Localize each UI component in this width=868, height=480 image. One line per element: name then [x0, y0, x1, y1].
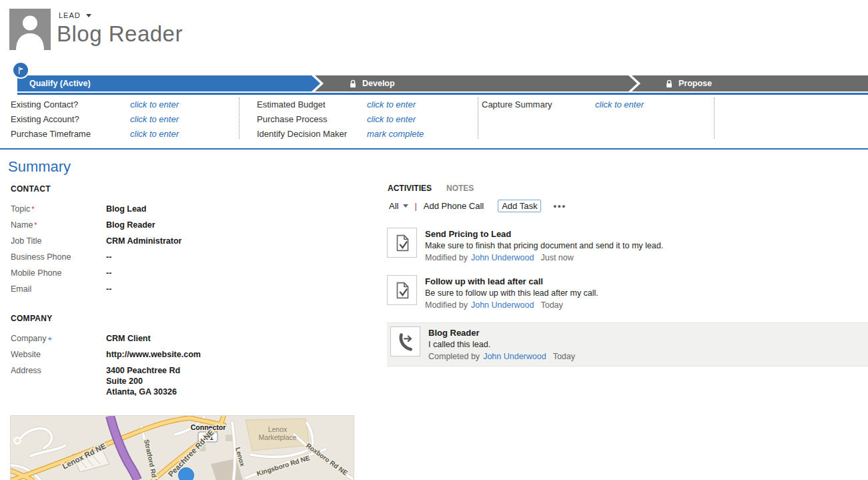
process-field-row: Purchase Timeframe click to enter — [11, 126, 179, 141]
task-icon — [392, 232, 413, 254]
form-field-row[interactable]: Mobile Phone -- — [11, 268, 358, 278]
activity-user-link[interactable]: John Underwood — [471, 299, 534, 311]
form-field-row[interactable]: Topic* Blog Lead — [11, 204, 358, 214]
activity-item[interactable]: Blog Reader I called this lead. Complete… — [387, 322, 868, 367]
summary-section-title: Summary — [8, 158, 71, 176]
column-divider — [478, 97, 478, 139]
field-value: Blog Lead — [106, 204, 146, 214]
bing-map[interactable]: Lenox Rd NE Stratford Rd NE Connector 14… — [11, 416, 354, 480]
activity-content: Blog Reader I called this lead. Complete… — [428, 326, 575, 363]
chevron-down-icon — [86, 14, 91, 17]
process-field-row: Estimated Budget click to enter — [257, 97, 424, 111]
form-field-row[interactable]: Job Title CRM Administrator — [11, 236, 358, 246]
lock-icon — [665, 79, 673, 89]
activity-meta-prefix: Modified by — [425, 252, 468, 264]
process-field-value[interactable]: click to enter — [130, 129, 179, 139]
process-field-label: Estimated Budget — [257, 99, 367, 109]
process-field-value[interactable]: click to enter — [130, 99, 179, 109]
company-heading: COMPANY — [11, 314, 53, 323]
process-field-label: Purchase Process — [257, 114, 367, 124]
contact-fields: Topic* Blog Lead Name* Blog Reader Job T… — [11, 204, 358, 300]
activity-item[interactable]: Send Pricing to Lead Make sure to finish… — [387, 228, 868, 264]
field-value: CRM Client — [106, 333, 151, 344]
activity-title[interactable]: Blog Reader — [428, 327, 575, 338]
map-label-marketplace-2: Marketplace — [258, 433, 296, 441]
map-label-marketplace-1: Lenox — [268, 425, 288, 433]
process-field-value[interactable]: click to enter — [595, 99, 644, 109]
activities-tabs: ACTIVITIES NOTES — [388, 184, 474, 193]
process-stage[interactable]: Qualify (Active) — [17, 75, 320, 91]
field-value: 3400 Peachtree Rd Suite 200 Atlanta, GA … — [106, 365, 180, 397]
phone-outgoing-icon — [395, 331, 416, 352]
column-divider — [714, 97, 715, 139]
activity-description: Make sure to finish that pricing documen… — [425, 240, 663, 252]
flag-icon — [15, 65, 26, 75]
field-label: Business Phone — [11, 252, 106, 262]
tab-activities[interactable]: ACTIVITIES — [388, 184, 432, 193]
tab-notes[interactable]: NOTES — [446, 184, 474, 193]
process-field-row: Existing Contact? click to enter — [11, 97, 179, 111]
process-underline — [17, 93, 868, 95]
process-fields-propose: Capture Summary click to enter — [482, 97, 644, 111]
process-field-label: Identify Decision Maker — [257, 129, 367, 139]
contact-heading: CONTACT — [11, 184, 51, 194]
activity-meta-prefix: Completed by — [428, 350, 480, 363]
person-silhouette-icon — [9, 9, 51, 50]
activity-icon-box — [387, 228, 417, 258]
activity-meta: Completed by John Underwood Today — [428, 350, 575, 363]
field-label: Mobile Phone — [11, 268, 106, 278]
map-pin[interactable] — [179, 468, 194, 480]
activities-list: Send Pricing to Lead Make sure to finish… — [387, 228, 868, 378]
chevron-down-icon[interactable] — [403, 204, 408, 208]
add-phone-call-button[interactable]: Add Phone Call — [424, 201, 484, 211]
process-field-row: Purchase Process click to enter — [257, 111, 424, 126]
column-divider — [239, 97, 240, 139]
activity-user-link[interactable]: John Underwood — [483, 350, 546, 363]
activity-content: Follow up with lead after call Be sure t… — [425, 275, 598, 311]
form-field-row[interactable]: Business Phone -- — [11, 252, 358, 262]
field-label: Job Title — [11, 236, 106, 246]
more-commands-button[interactable]: ••• — [553, 201, 566, 211]
activity-title[interactable]: Follow up with lead after call — [425, 276, 598, 287]
activity-user-link[interactable]: John Underwood — [471, 252, 534, 264]
process-stage-label: Develop — [362, 79, 395, 88]
form-field-row[interactable]: Company+ CRM Client — [11, 333, 358, 344]
add-task-button[interactable]: Add Task — [498, 200, 541, 212]
field-label: Company+ — [11, 333, 106, 344]
field-label: Topic* — [11, 204, 106, 214]
task-icon — [392, 280, 413, 301]
field-label: Website — [11, 349, 106, 360]
process-stage[interactable]: Develop — [315, 75, 637, 91]
activity-filter-dropdown[interactable]: All — [389, 201, 398, 211]
process-stage[interactable]: Propose — [632, 75, 868, 91]
activity-title[interactable]: Send Pricing to Lead — [425, 228, 663, 240]
record-type-label: LEAD — [59, 11, 81, 19]
activity-meta: Modified by John Underwood Just now — [425, 252, 663, 264]
process-field-value[interactable]: click to enter — [367, 114, 416, 124]
field-value: http://www.website.com — [106, 349, 201, 360]
process-field-value[interactable]: click to enter — [130, 114, 179, 124]
activity-content: Send Pricing to Lead Make sure to finish… — [425, 228, 663, 264]
activity-item[interactable]: Follow up with lead after call Be sure t… — [387, 275, 868, 311]
form-field-row[interactable]: Email -- — [11, 284, 358, 294]
record-type-selector[interactable]: LEAD — [59, 11, 91, 19]
form-field-row[interactable]: Name* Blog Reader — [11, 220, 358, 230]
section-divider — [0, 148, 868, 150]
field-value: -- — [106, 284, 111, 294]
field-value: -- — [106, 252, 111, 262]
process-field-value[interactable]: click to enter — [367, 99, 416, 109]
activity-description: I called this lead. — [428, 338, 575, 350]
form-field-row[interactable]: Address 3400 Peachtree Rd Suite 200 Atla… — [11, 365, 358, 397]
field-value: CRM Administrator — [106, 236, 181, 246]
process-field-row: Existing Account? click to enter — [11, 111, 179, 126]
field-label: Email — [11, 284, 106, 294]
process-field-label: Existing Contact? — [11, 99, 130, 109]
process-field-value[interactable]: mark complete — [367, 129, 424, 139]
form-field-row[interactable]: Website http://www.website.com — [11, 349, 358, 360]
company-fields: Company+ CRM Client Website http://www.w… — [11, 333, 358, 403]
process-field-label: Capture Summary — [482, 99, 595, 109]
process-flag-badge[interactable] — [12, 61, 29, 79]
activity-time: Today — [540, 299, 562, 311]
field-value: Blog Reader — [106, 220, 155, 230]
process-stage-label: Qualify (Active) — [29, 79, 91, 88]
